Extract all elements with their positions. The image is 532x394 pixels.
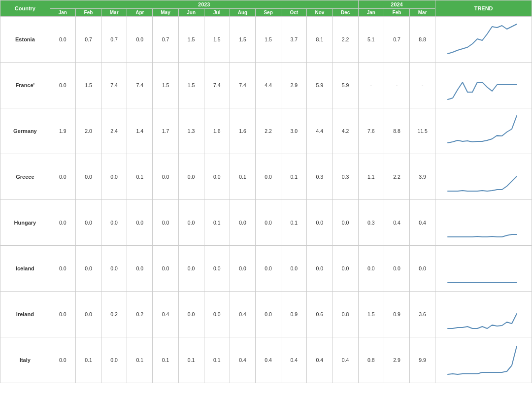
data-cell: 0.0 — [75, 292, 101, 337]
data-cell: 4.2 — [332, 108, 358, 154]
country-cell: Hungary — [0, 200, 50, 246]
country-cell: Estonia — [0, 17, 50, 63]
data-cell: 1.4 — [127, 108, 153, 154]
data-cell: 0.0 — [50, 337, 75, 383]
trend-header: TREND — [435, 0, 532, 17]
month-jan-2023: Jan — [50, 9, 75, 17]
table-row: Germany1.92.02.41.41.71.31.61.62.23.04.4… — [0, 108, 532, 154]
data-cell: 0.0 — [101, 200, 127, 246]
data-cell: 1.3 — [178, 108, 204, 154]
trend-cell — [435, 63, 532, 108]
data-cell: 0.7 — [384, 17, 409, 63]
month-feb-2024: Feb — [384, 9, 409, 17]
data-cell: 8.8 — [410, 17, 435, 63]
data-cell: 0.0 — [230, 200, 255, 246]
data-cell: 0.8 — [358, 337, 384, 383]
data-cell: - — [410, 63, 435, 108]
data-cell: - — [358, 63, 384, 108]
data-cell: 0.2 — [101, 292, 127, 337]
data-cell: 0.0 — [153, 246, 178, 292]
data-cell: 0.4 — [384, 200, 409, 246]
data-cell: 8.1 — [307, 17, 332, 63]
data-cell: 2.9 — [384, 337, 409, 383]
data-cell: 0.1 — [127, 337, 153, 383]
table-row: Italy0.00.10.00.10.10.10.10.40.40.40.40.… — [0, 337, 532, 383]
data-cell: 0.0 — [358, 246, 384, 292]
data-cell: 0.0 — [101, 154, 127, 200]
trend-cell — [435, 108, 532, 154]
data-cell: 0.1 — [204, 200, 230, 246]
data-cell: 3.9 — [410, 154, 435, 200]
data-cell: 7.4 — [127, 63, 153, 108]
table-row: Greece0.00.00.00.10.00.00.00.10.00.10.30… — [0, 154, 532, 200]
trend-cell — [435, 246, 532, 292]
data-cell: 0.0 — [178, 246, 204, 292]
data-cell: 0.0 — [50, 154, 75, 200]
data-cell: 1.6 — [204, 108, 230, 154]
data-cell: 0.0 — [153, 154, 178, 200]
country-header: Country — [0, 0, 50, 17]
data-cell: 0.0 — [178, 154, 204, 200]
month-jul-2023: Jul — [204, 9, 230, 17]
country-cell: France' — [0, 63, 50, 108]
data-cell: 0.1 — [178, 337, 204, 383]
data-cell: 5.9 — [332, 63, 358, 108]
country-cell: Germany — [0, 108, 50, 154]
data-cell: 0.4 — [230, 337, 255, 383]
data-cell: 0.0 — [332, 200, 358, 246]
data-cell: 4.4 — [307, 108, 332, 154]
data-cell: 1.5 — [358, 292, 384, 337]
country-cell: Italy — [0, 337, 50, 383]
table-row: Estonia0.00.70.70.00.71.51.51.51.53.78.1… — [0, 17, 532, 63]
data-cell: 0.7 — [75, 17, 101, 63]
data-cell: 0.1 — [230, 154, 255, 200]
data-cell: 0.1 — [281, 200, 307, 246]
month-mar-2024: Mar — [410, 9, 435, 17]
trend-cell — [435, 17, 532, 63]
data-cell: 0.0 — [127, 200, 153, 246]
year-2023-header: 2023 — [50, 0, 358, 9]
data-cell: 5.1 — [358, 17, 384, 63]
data-cell: 0.6 — [307, 292, 332, 337]
data-cell: 0.0 — [204, 292, 230, 337]
data-cell: 0.0 — [178, 200, 204, 246]
data-cell: 0.4 — [230, 292, 255, 337]
data-cell: 0.1 — [153, 337, 178, 383]
data-cell: 0.4 — [410, 200, 435, 246]
data-cell: 1.1 — [358, 154, 384, 200]
data-cell: 0.0 — [75, 154, 101, 200]
main-table-container: Country 2023 2024 TREND Jan Feb Mar Apr … — [0, 0, 532, 383]
data-cell: 7.4 — [204, 63, 230, 108]
month-jan-2024: Jan — [358, 9, 384, 17]
data-cell: 0.0 — [204, 154, 230, 200]
table-row: France'0.01.57.47.41.51.57.47.44.42.95.9… — [0, 63, 532, 108]
data-cell: 0.0 — [256, 292, 281, 337]
table-row: Ireland0.00.00.20.20.40.00.00.40.00.90.6… — [0, 292, 532, 337]
data-cell: 8.8 — [384, 108, 409, 154]
year-2024-header: 2024 — [358, 0, 435, 9]
table-row: Iceland0.00.00.00.00.00.00.00.00.00.00.0… — [0, 246, 532, 292]
month-apr-2023: Apr — [127, 9, 153, 17]
data-cell: 0.0 — [256, 154, 281, 200]
data-cell: 4.4 — [256, 63, 281, 108]
trend-cell — [435, 154, 532, 200]
data-cell: 0.0 — [127, 17, 153, 63]
data-cell: 0.0 — [281, 246, 307, 292]
data-cell: 0.3 — [358, 200, 384, 246]
data-cell: 0.0 — [50, 63, 75, 108]
data-cell: 11.5 — [410, 108, 435, 154]
month-dec-2023: Dec — [332, 9, 358, 17]
data-cell: 0.0 — [178, 292, 204, 337]
data-cell: 0.3 — [332, 154, 358, 200]
country-cell: Iceland — [0, 246, 50, 292]
data-cell: 0.0 — [230, 246, 255, 292]
data-cell: 0.1 — [127, 154, 153, 200]
trend-cell — [435, 337, 532, 383]
data-cell: 0.1 — [204, 337, 230, 383]
data-cell: 0.4 — [256, 337, 281, 383]
data-cell: 1.6 — [230, 108, 255, 154]
data-cell: 0.0 — [153, 200, 178, 246]
data-cell: 0.1 — [75, 337, 101, 383]
data-cell: 0.0 — [384, 246, 409, 292]
data-cell: 3.6 — [410, 292, 435, 337]
